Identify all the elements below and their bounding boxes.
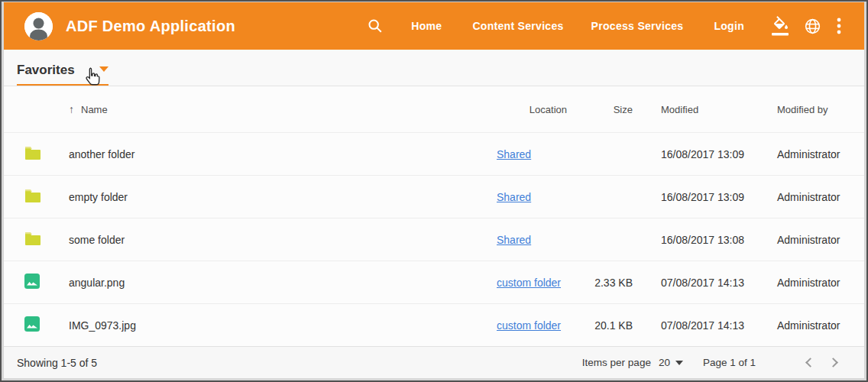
folder-icon — [24, 231, 40, 248]
app-window: ADF Demo Application Home Content Servic… — [0, 0, 868, 382]
modified-by: Administrator — [753, 234, 864, 246]
modified-by: Administrator — [753, 277, 864, 289]
size-column-header[interactable]: Size — [573, 104, 634, 115]
table-header-row: ↑ Name Location Size Modified Modified b… — [4, 86, 864, 132]
favorites-dropdown[interactable]: Favorites — [17, 63, 108, 86]
app-header: ADF Demo Application Home Content Servic… — [4, 2, 864, 50]
color-fill-icon[interactable] — [772, 16, 790, 36]
file-name[interactable]: IMG_0973.jpg — [69, 319, 497, 332]
location-link[interactable]: custom folder — [497, 319, 561, 332]
nav-process-services[interactable]: Process Services — [591, 20, 684, 32]
items-per-page-select[interactable]: 20 — [659, 357, 683, 368]
more-options-icon[interactable] — [837, 17, 841, 35]
modified-date: 07/08/2017 14:13 — [634, 319, 753, 332]
favorites-title: Favorites — [17, 63, 75, 78]
pagination-footer: Showing 1-5 of 5 Items per page 20 Page … — [4, 346, 864, 378]
location-link[interactable]: Shared — [497, 234, 531, 246]
file-name[interactable]: some folder — [69, 234, 497, 246]
next-page-button[interactable] — [821, 350, 847, 376]
image-file-icon — [24, 274, 40, 291]
modified-date: 16/08/2017 13:09 — [634, 148, 753, 160]
file-name[interactable]: angular.png — [69, 277, 497, 289]
file-size: 20.1 KB — [573, 319, 634, 332]
main-nav: Home Content Services Process Services L… — [367, 16, 841, 36]
pagination-controls: Items per page 20 Page 1 of 1 — [582, 350, 847, 376]
table-row[interactable]: angular.png custom folder 2.33 KB 07/08/… — [4, 261, 864, 303]
table-row[interactable]: some folder Shared 16/08/2017 13:08 Admi… — [4, 218, 864, 261]
documents-table: ↑ Name Location Size Modified Modified b… — [4, 86, 864, 346]
caret-down-icon — [99, 66, 108, 72]
favorites-toolbar: Favorites — [4, 50, 864, 86]
table-row[interactable]: another folder Shared 16/08/2017 13:09 A… — [4, 132, 864, 175]
user-avatar[interactable] — [24, 12, 53, 40]
items-per-page-label: Items per page — [582, 357, 651, 368]
modified-date: 16/08/2017 13:09 — [634, 191, 753, 203]
location-link[interactable]: custom folder — [497, 277, 561, 289]
modified-date: 16/08/2017 13:08 — [634, 234, 753, 246]
chevron-right-icon — [828, 358, 838, 367]
file-name[interactable]: another folder — [69, 148, 497, 160]
app-content: ADF Demo Application Home Content Servic… — [2, 2, 866, 380]
app-title: ADF Demo Application — [66, 18, 235, 35]
nav-home[interactable]: Home — [411, 20, 442, 32]
location-column-header[interactable]: Location — [497, 104, 573, 115]
modified-by: Administrator — [753, 319, 864, 332]
image-file-icon — [24, 316, 40, 334]
file-size: 2.33 KB — [573, 277, 634, 289]
name-column-header[interactable]: ↑ Name — [69, 103, 497, 115]
previous-page-button[interactable] — [795, 350, 821, 376]
file-name[interactable]: empty folder — [69, 191, 497, 203]
showing-count: Showing 1-5 of 5 — [17, 357, 97, 369]
folder-icon — [24, 146, 40, 162]
page-indicator: Page 1 of 1 — [703, 357, 756, 368]
folder-icon — [24, 189, 40, 205]
modified-by: Administrator — [753, 148, 864, 160]
caret-down-icon — [675, 361, 683, 365]
table-row[interactable]: IMG_0973.jpg custom folder 20.1 KB 07/08… — [4, 303, 864, 346]
modified-by: Administrator — [753, 191, 864, 203]
table-row[interactable]: empty folder Shared 16/08/2017 13:09 Adm… — [4, 175, 864, 218]
nav-login[interactable]: Login — [714, 20, 744, 32]
modified-column-header[interactable]: Modified — [634, 104, 753, 115]
location-link[interactable]: Shared — [497, 148, 531, 160]
search-icon[interactable] — [367, 18, 384, 34]
items-per-page-value: 20 — [659, 357, 670, 368]
modified-by-column-header[interactable]: Modified by — [753, 104, 864, 115]
nav-content-services[interactable]: Content Services — [472, 20, 563, 32]
chevron-left-icon — [805, 358, 815, 367]
location-link[interactable]: Shared — [497, 191, 531, 203]
language-globe-icon[interactable] — [804, 18, 821, 35]
modified-date: 07/08/2017 14:13 — [634, 277, 753, 289]
sort-ascending-icon: ↑ — [69, 103, 74, 115]
person-icon — [24, 12, 53, 40]
